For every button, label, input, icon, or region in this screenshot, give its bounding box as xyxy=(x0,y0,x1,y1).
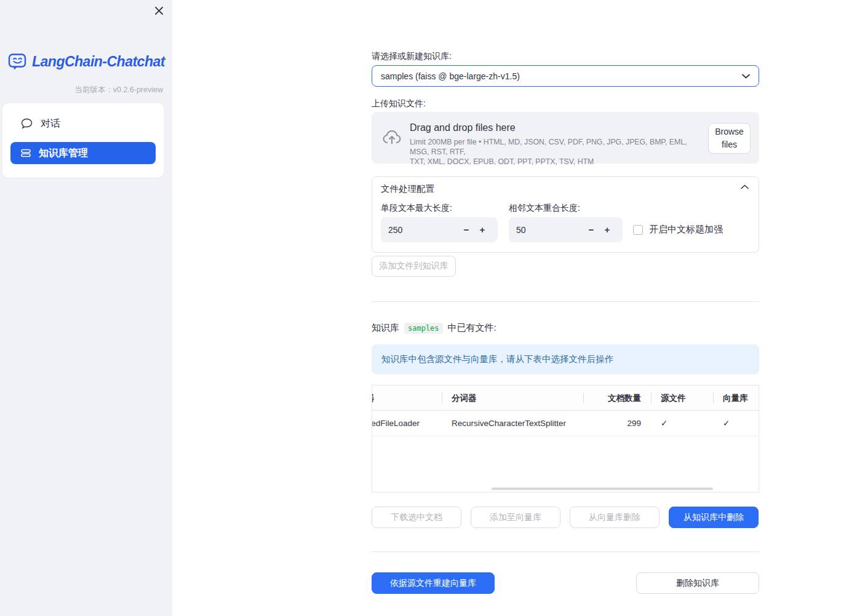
version-text: 当前版本：v0.2.6-preview xyxy=(74,85,163,95)
table-cell-vector-check: ✓ xyxy=(713,411,759,436)
sidebar-item-chat[interactable]: 对话 xyxy=(10,113,156,135)
zh-title-checkbox-label[interactable]: 开启中文标题加强 xyxy=(649,224,723,235)
horizontal-scrollbar-thumb[interactable] xyxy=(492,488,713,490)
expander-title: 文件处理配置 xyxy=(381,183,434,195)
table-col-header[interactable]: 文档数量 xyxy=(583,385,651,410)
table-col-header[interactable]: 文档加载器 xyxy=(372,385,442,410)
table-cell-splitter: RecursiveCharacterTextSplitter xyxy=(442,411,583,436)
table-col-header[interactable]: 向量库 xyxy=(713,385,759,410)
table-row[interactable]: UnstructuredFileLoader RecursiveCharacte… xyxy=(372,411,759,436)
chunk-size-input[interactable]: 250 − + xyxy=(381,217,498,242)
table-col-header[interactable]: 源文件 xyxy=(651,385,713,410)
logo-text: LangChain-Chatchat xyxy=(32,53,165,70)
chunk-size-label: 单段文本最大长度: xyxy=(381,203,452,214)
file-dropzone[interactable]: Drag and drop files here Limit 200MB per… xyxy=(372,112,759,164)
browse-files-button[interactable]: Browse files xyxy=(708,123,751,154)
zh-title-checkbox[interactable] xyxy=(633,225,643,235)
overlap-size-input[interactable]: 50 − + xyxy=(509,217,623,242)
chevron-up-icon[interactable] xyxy=(741,184,749,189)
kb-name-code: samples xyxy=(404,323,443,334)
chevron-down-icon xyxy=(742,74,750,79)
table-action-buttons: 下载选中文档 添加至向量库 从向量库删除 从知识库中删除 xyxy=(372,507,759,528)
overlap-size-increment-button[interactable]: + xyxy=(599,224,615,235)
delete-kb-button[interactable]: 删除知识库 xyxy=(636,572,759,594)
overlap-size-value: 50 xyxy=(516,225,583,235)
delete-from-vector-store-button[interactable]: 从向量库删除 xyxy=(570,507,660,528)
close-icon xyxy=(154,6,164,15)
chat-bubble-icon xyxy=(21,118,33,129)
kb-select-value: samples (faiss @ bge-large-zh-v1.5) xyxy=(381,71,742,81)
chat-smiley-logo-icon xyxy=(7,52,28,72)
divider xyxy=(372,301,759,302)
rebuild-vector-store-button[interactable]: 依据源文件重建向量库 xyxy=(372,572,495,594)
dropzone-title: Drag and drop files here xyxy=(410,122,516,133)
sidebar: LangChain-Chatchat 当前版本：v0.2.6-preview 对… xyxy=(0,0,172,616)
chunk-size-increment-button[interactable]: + xyxy=(474,224,490,235)
table-header-row: 文档加载器 分词器 文档数量 源文件 向量库 xyxy=(372,385,759,411)
sidebar-item-kb-management[interactable]: 知识库管理 xyxy=(10,142,156,164)
table-cell-source-check: ✓ xyxy=(651,411,713,436)
stacked-list-icon xyxy=(21,148,31,158)
upload-label: 上传知识文件: xyxy=(372,98,426,109)
overlap-size-label: 相邻文本重合长度: xyxy=(509,203,580,214)
sidebar-menu: 对话 知识库管理 xyxy=(2,103,164,178)
kb-select[interactable]: samples (faiss @ bge-large-zh-v1.5) xyxy=(372,65,759,87)
info-alert: 知识库中包含源文件与向量库，请从下表中选择文件后操作 xyxy=(372,344,759,374)
kb-files-table-inner: 文档加载器 分词器 文档数量 源文件 向量库 UnstructuredFileL… xyxy=(372,385,759,436)
cloud-upload-icon xyxy=(382,128,402,147)
add-files-to-kb-button[interactable]: 添加文件到知识库 xyxy=(372,256,456,277)
kb-select-label: 请选择或新建知识库: xyxy=(372,51,452,62)
chunk-size-value: 250 xyxy=(388,225,458,235)
app-logo: LangChain-Chatchat xyxy=(7,52,165,72)
file-config-expander: 文件处理配置 单段文本最大长度: 250 − + 相邻文本重合长度: 50 − … xyxy=(372,176,759,253)
kb-files-heading: 知识库 samples 中已有文件: xyxy=(372,322,496,334)
app-window: LangChain-Chatchat 当前版本：v0.2.6-preview 对… xyxy=(0,0,849,616)
table-col-header[interactable]: 分词器 xyxy=(442,385,583,410)
delete-from-kb-button[interactable]: 从知识库中删除 xyxy=(669,507,759,528)
add-to-vector-store-button[interactable]: 添加至向量库 xyxy=(471,507,560,528)
sidebar-item-label: 对话 xyxy=(41,117,60,130)
overlap-size-decrement-button[interactable]: − xyxy=(583,224,599,235)
sidebar-close-button[interactable] xyxy=(150,2,167,19)
main-content: 请选择或新建知识库: samples (faiss @ bge-large-zh… xyxy=(372,0,759,616)
chunk-size-decrement-button[interactable]: − xyxy=(458,224,474,235)
dropzone-hint: Limit 200MB per file • HTML, MD, JSON, C… xyxy=(410,137,705,167)
kb-files-table[interactable]: 文档加载器 分词器 文档数量 源文件 向量库 UnstructuredFileL… xyxy=(372,385,759,492)
sidebar-item-label: 知识库管理 xyxy=(39,147,88,160)
table-cell-loader: UnstructuredFileLoader xyxy=(372,411,442,436)
divider xyxy=(372,551,759,552)
download-selected-button[interactable]: 下载选中文档 xyxy=(372,507,461,528)
table-cell-doc-count: 299 xyxy=(583,411,651,436)
